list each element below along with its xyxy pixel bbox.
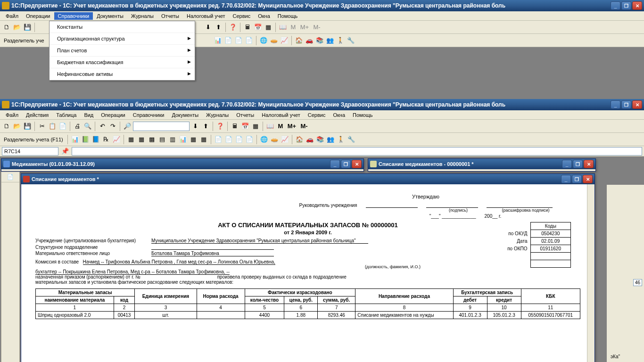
people-icon[interactable]: 👥 [325, 36, 335, 45]
books-icon[interactable]: 📚 [315, 135, 325, 144]
scrollbar[interactable] [587, 184, 594, 362]
maximize-button[interactable]: ❐ [572, 175, 582, 183]
arrow-down-icon[interactable]: ⬇ [203, 23, 213, 32]
close-button[interactable]: ✕ [583, 175, 593, 183]
new-icon[interactable]: 🗋 [2, 23, 11, 32]
menu-tax[interactable]: Налоговый учет [183, 12, 229, 20]
chart-icon[interactable]: 📈 [280, 135, 289, 144]
menu-file[interactable]: Файл [2, 111, 22, 119]
menu-help[interactable]: Помощь [349, 111, 377, 119]
close-button[interactable]: ✕ [632, 1, 642, 10]
menu-file[interactable]: Файл [2, 12, 22, 20]
close-button[interactable]: ✕ [352, 160, 362, 168]
dropdown-nonfin[interactable]: Нефинансовые активы [50, 68, 195, 80]
tb-icon[interactable]: ▦ [137, 135, 146, 144]
formula-input[interactable] [72, 147, 642, 156]
menu-service[interactable]: Сервис [304, 111, 330, 119]
save-icon[interactable]: 💾 [23, 23, 32, 32]
tb-icon[interactable]: 📄 [245, 135, 254, 144]
tb-icon[interactable]: 📄 [234, 36, 243, 45]
new-icon[interactable]: 🗋 [2, 122, 11, 131]
mplus-button[interactable]: М+ [286, 122, 297, 131]
cut-icon[interactable]: ✂ [37, 122, 47, 131]
strip-icon[interactable]: 📄 [1, 172, 19, 182]
undo-icon[interactable]: ↶ [98, 122, 107, 131]
book-icon[interactable]: 📖 [278, 23, 288, 32]
menu-actions[interactable]: Действия [22, 111, 52, 119]
person-icon[interactable]: 🚶 [336, 36, 345, 45]
arrow-up-icon[interactable]: ⬆ [214, 23, 223, 32]
minimize-button[interactable]: _ [330, 160, 340, 168]
maximize-button[interactable]: ❐ [341, 160, 351, 168]
tb-icon[interactable]: 📘 [91, 135, 100, 144]
minimize-button[interactable]: _ [561, 175, 571, 183]
help-icon[interactable]: ❓ [228, 23, 238, 32]
redo-icon[interactable]: ↷ [108, 122, 117, 131]
tb-icon[interactable]: 📄 [234, 135, 244, 144]
tb-icon[interactable]: ▥ [168, 135, 177, 144]
tb-icon[interactable]: 📊 [178, 135, 188, 144]
tb-icon[interactable]: ▤ [157, 135, 167, 144]
tb-icon[interactable]: 📗 [81, 135, 90, 144]
m-button[interactable]: М [289, 23, 298, 32]
people-icon[interactable]: 👥 [326, 135, 335, 144]
maximize-button[interactable]: ❐ [621, 1, 631, 10]
table-row[interactable]: Шприц одноразовый 2.0 00413 шт. 4400 1.8… [36, 312, 580, 319]
dropdown-constants[interactable]: Константы [50, 21, 195, 33]
maximize-button[interactable]: ❐ [573, 160, 583, 168]
house-icon[interactable]: 🏠 [295, 135, 304, 144]
tb-icon[interactable]: ▦ [126, 135, 136, 144]
tb-icon[interactable]: 📄 [244, 36, 254, 45]
menu-help[interactable]: Помощь [274, 12, 302, 20]
menu-journals[interactable]: Журналы [127, 12, 157, 20]
calendar-icon[interactable]: 📅 [253, 23, 263, 32]
menu-operations[interactable]: Операции [22, 12, 54, 20]
maximize-button[interactable]: ❐ [621, 100, 631, 109]
mminus-button[interactable]: М- [311, 23, 322, 32]
tb-icon[interactable]: 📊 [70, 135, 80, 144]
pin-icon[interactable]: 📌 [60, 147, 70, 156]
person-icon[interactable]: 🚶 [336, 135, 346, 144]
cell-ref-input[interactable] [2, 147, 58, 156]
car-icon[interactable]: 🚗 [305, 36, 314, 45]
tb-icon[interactable]: 📈 [112, 135, 121, 144]
dropdown-orgstruct[interactable]: Организационная структура [50, 33, 195, 45]
chart-icon[interactable]: 📈 [280, 36, 289, 45]
menu-journals[interactable]: Журналы [202, 111, 232, 119]
menu-windows[interactable]: Окна [254, 12, 274, 20]
tb-icon[interactable]: 📄 [223, 36, 233, 45]
find-icon[interactable]: 🔎 [123, 122, 132, 131]
arrow-up-icon[interactable]: ⬆ [201, 122, 210, 131]
open-icon[interactable]: 📂 [12, 23, 22, 32]
mminus-button[interactable]: М- [298, 122, 310, 131]
close-button[interactable]: ✕ [584, 160, 594, 168]
tb-icon[interactable]: ▦ [189, 135, 198, 144]
menu-windows[interactable]: Окна [329, 111, 349, 119]
tb-icon[interactable]: 📄 [224, 135, 233, 144]
save-icon[interactable]: 💾 [23, 122, 32, 131]
close-button[interactable]: ✕ [632, 100, 642, 109]
search-input[interactable] [133, 122, 190, 131]
minimize-button[interactable]: _ [611, 1, 620, 10]
menu-tax[interactable]: Налоговый учет [258, 111, 304, 119]
menu-documents[interactable]: Документы [93, 12, 127, 20]
grid-icon[interactable]: ▦ [264, 23, 273, 32]
book-icon[interactable]: 📖 [265, 122, 275, 131]
tb-icon[interactable]: ▦ [199, 135, 208, 144]
menu-view[interactable]: Вид [80, 111, 97, 119]
calc-icon[interactable]: 🖩 [230, 122, 239, 131]
menu-reports[interactable]: Отчеты [157, 12, 183, 20]
menu-documents[interactable]: Документы [168, 111, 202, 119]
pie-icon[interactable]: 🥧 [269, 36, 279, 45]
arrow-down-icon[interactable]: ⬇ [190, 122, 200, 131]
menu-operations[interactable]: Операции [97, 111, 129, 119]
books-icon[interactable]: 📚 [315, 36, 324, 45]
car-icon[interactable]: 🚗 [305, 135, 314, 144]
dropdown-budget[interactable]: Бюджетная классификация [50, 57, 195, 68]
print-icon[interactable]: 🖨 [73, 122, 82, 131]
grid-icon[interactable]: ▦ [251, 122, 260, 131]
tb-icon[interactable]: ℞ [101, 135, 111, 144]
calendar-icon[interactable]: 📅 [240, 122, 250, 131]
calc-icon[interactable]: 🖩 [243, 23, 252, 32]
minimize-button[interactable]: _ [562, 160, 572, 168]
